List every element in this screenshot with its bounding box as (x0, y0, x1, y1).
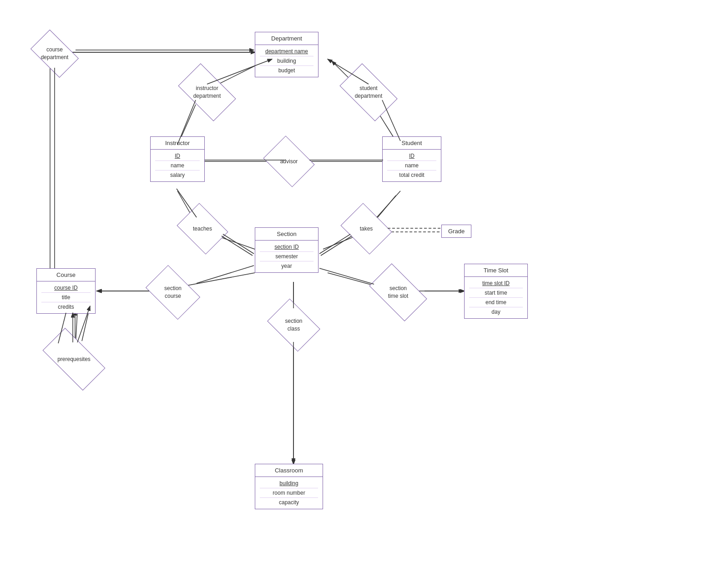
takes-diamond: takes (346, 213, 387, 245)
section-attr-year: year (260, 261, 313, 271)
advisor-label: advisor (280, 158, 298, 166)
classroom-title: Classroom (255, 464, 323, 477)
prerequesites-label: prerequesites (57, 356, 91, 363)
teaches-label: teaches (193, 225, 212, 233)
timeslot-attr-start: start time (469, 288, 523, 298)
timeslot-entity: Time Slot time slot ID start time end ti… (464, 264, 528, 319)
section-attrs: section ID semester year (255, 241, 318, 272)
instructor-attr-salary: salary (155, 171, 200, 180)
section-course-diamond: sectioncourse (150, 276, 196, 308)
section-class-label: sectionclass (285, 317, 302, 333)
instructor-attr-name: name (155, 161, 200, 171)
teaches-diamond: teaches (182, 213, 223, 245)
student-department-diamond: studentdepartment (344, 76, 394, 108)
advisor-diamond: advisor (268, 146, 309, 177)
student-attrs: ID name total credit (383, 150, 441, 181)
classroom-attr-room: room number (260, 488, 318, 498)
section-timeslot-label: sectiontime slot (388, 285, 409, 300)
section-timeslot-diamond: sectiontime slot (373, 276, 423, 308)
classroom-entity: Classroom building room number capacity (255, 464, 323, 509)
course-attr-credits: credits (41, 302, 91, 311)
section-class-diamond: sectionclass (272, 309, 315, 341)
course-attrs: course ID title credits (37, 281, 95, 313)
student-entity: Student ID name total credit (382, 136, 441, 182)
instructor-title: Instructor (151, 137, 204, 150)
instructor-department-label: instructordepartment (193, 85, 221, 100)
timeslot-title: Time Slot (465, 264, 527, 277)
timeslot-attr-id: time slot ID (469, 279, 523, 288)
prerequesites-diamond: prerequesites (46, 343, 102, 375)
section-attr-semester: semester (260, 252, 313, 261)
timeslot-attr-day: day (469, 307, 523, 316)
student-attr-id: ID (387, 151, 436, 161)
section-entity: Section section ID semester year (255, 227, 318, 273)
classroom-attr-capacity: capacity (260, 498, 318, 507)
dept-attr-budget: budget (260, 66, 313, 75)
classroom-attrs: building room number capacity (255, 477, 323, 509)
instructor-attr-id: ID (155, 151, 200, 161)
course-department-diamond: coursedepartment (34, 40, 75, 67)
course-department-label: coursedepartment (41, 46, 69, 61)
course-attr-id: course ID (41, 283, 91, 293)
student-attr-name: name (387, 161, 436, 171)
section-title: Section (255, 228, 318, 241)
grade-entity: Grade (441, 225, 471, 238)
department-entity: Department department name building budg… (255, 32, 318, 77)
department-title: Department (255, 32, 318, 45)
section-course-label: sectioncourse (164, 285, 182, 300)
section-attr-id: section ID (260, 242, 313, 252)
instructor-department-diamond: instructordepartment (182, 76, 232, 108)
instructor-entity: Instructor ID name salary (150, 136, 205, 182)
student-title: Student (383, 137, 441, 150)
course-attr-title: title (41, 293, 91, 302)
course-title: Course (37, 269, 95, 281)
timeslot-attr-end: end time (469, 298, 523, 307)
department-attrs: department name building budget (255, 45, 318, 77)
dept-attr-building: building (260, 56, 313, 66)
instructor-attrs: ID name salary (151, 150, 204, 181)
classroom-attr-building: building (260, 479, 318, 488)
dept-attr-name: department name (260, 47, 313, 56)
student-attr-credit: total credit (387, 171, 436, 180)
student-department-label: studentdepartment (355, 85, 383, 100)
takes-label: takes (360, 225, 373, 233)
svg-line-10 (218, 236, 255, 249)
grade-label: Grade (448, 228, 465, 235)
course-entity: Course course ID title credits (36, 268, 96, 314)
timeslot-attrs: time slot ID start time end time day (465, 277, 527, 318)
